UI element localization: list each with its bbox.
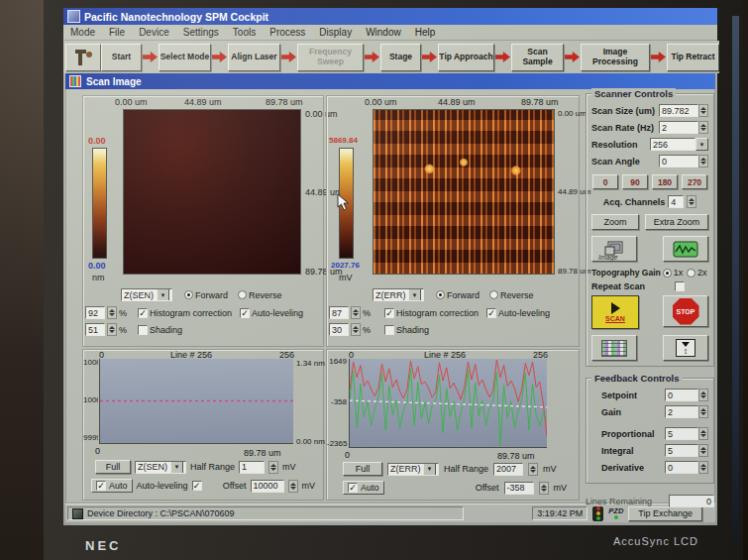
topography-image[interactable]: [123, 109, 301, 275]
proportional-field[interactable]: 5: [665, 427, 698, 440]
menu-item-window[interactable]: Window: [359, 27, 408, 38]
spinner[interactable]: [698, 389, 708, 401]
channel-row: Z(ERR) ▼ Forward Reverse: [373, 288, 534, 301]
angle-90-button[interactable]: 90: [622, 174, 648, 189]
repeat-scan-checkbox[interactable]: [675, 281, 685, 291]
acq-channels-field[interactable]: 4: [668, 195, 684, 208]
menu-item-device[interactable]: Device: [132, 27, 176, 38]
menu-item-settings[interactable]: Settings: [176, 27, 226, 38]
spinner[interactable]: [528, 463, 538, 476]
gain-bottom-field[interactable]: 30: [329, 323, 349, 336]
scan-button[interactable]: SCAN: [591, 295, 639, 329]
gain-top-field[interactable]: 92: [85, 306, 105, 319]
spinner[interactable]: [698, 427, 708, 440]
gain-field[interactable]: 2: [665, 405, 698, 418]
channel-select[interactable]: Z(SEN) ▼: [121, 288, 172, 301]
toolbar-step-tip-approach[interactable]: Tip Approach: [438, 44, 494, 71]
full-button[interactable]: Full: [95, 460, 131, 474]
export-button[interactable]: ↕: [663, 335, 708, 361]
spinner[interactable]: [698, 155, 708, 168]
half-range-field[interactable]: 1: [239, 461, 265, 474]
histogram-checkbox[interactable]: [138, 308, 148, 318]
image-view-button[interactable]: Image: [591, 236, 637, 262]
spinner[interactable]: [698, 444, 708, 457]
angle-180-button[interactable]: 180: [652, 174, 678, 189]
error-image[interactable]: [373, 109, 555, 275]
scan-angle-field[interactable]: 0: [659, 155, 698, 168]
spinner[interactable]: [288, 480, 298, 493]
autolevel-checkbox[interactable]: [486, 308, 496, 318]
spinner[interactable]: [268, 461, 278, 474]
auto-toggle[interactable]: Auto: [343, 481, 384, 495]
menu-item-help[interactable]: Help: [408, 27, 443, 38]
color-scale[interactable]: [92, 148, 107, 259]
spinner[interactable]: [351, 306, 361, 319]
toolbar-step-start[interactable]: Start: [101, 44, 142, 71]
zoom-button[interactable]: Zoom: [591, 214, 639, 230]
chevron-down-icon[interactable]: ▼: [423, 463, 436, 476]
chevron-down-icon[interactable]: ▼: [695, 138, 708, 151]
histogram-checkbox[interactable]: [384, 308, 394, 318]
integral-field[interactable]: 5: [665, 444, 698, 457]
spinner[interactable]: [539, 482, 549, 495]
reverse-radio[interactable]: [489, 290, 498, 299]
chevron-down-icon[interactable]: ▼: [408, 288, 421, 301]
gain-1x-radio[interactable]: [663, 269, 672, 278]
stop-button[interactable]: STOP: [663, 295, 708, 327]
profile-channel-select[interactable]: Z(SEN) ▼: [135, 461, 186, 474]
spm-tool-button[interactable]: [65, 44, 101, 71]
toolbar-step-select-mode[interactable]: Select Mode: [159, 44, 211, 71]
forward-radio[interactable]: [436, 290, 445, 299]
offset-field[interactable]: 10000: [251, 480, 284, 493]
scan-rate-hz--field[interactable]: 2: [659, 121, 698, 134]
scan-size-um--field[interactable]: 89.782: [659, 104, 698, 117]
toolbar-step-tip-retract[interactable]: Tip Retract: [667, 44, 719, 71]
toolbar-step-image-processing[interactable]: Image Processing: [581, 44, 650, 71]
oscilloscope-button[interactable]: [663, 236, 708, 262]
spinner[interactable]: [698, 405, 708, 418]
toolbar-step-stage[interactable]: Stage: [380, 44, 421, 71]
autolevel-checkbox[interactable]: [192, 481, 202, 491]
angle-270-button[interactable]: 270: [682, 174, 707, 189]
spinner[interactable]: [698, 121, 708, 134]
auto-toggle[interactable]: Auto: [91, 479, 133, 493]
forward-radio[interactable]: [184, 290, 193, 299]
gain-top-field[interactable]: 87: [329, 306, 349, 319]
half-range-field[interactable]: 2007: [493, 463, 523, 476]
channel-select[interactable]: Z(ERR) ▼: [373, 288, 424, 301]
reverse-radio[interactable]: [238, 290, 247, 299]
menu-item-process[interactable]: Process: [263, 27, 312, 38]
spinner[interactable]: [107, 323, 117, 336]
autolevel-checkbox[interactable]: [240, 308, 250, 318]
menu-item-file[interactable]: File: [102, 27, 132, 38]
chevron-down-icon[interactable]: ▼: [170, 461, 183, 474]
auto-checkbox[interactable]: [348, 483, 358, 493]
gain-2x-radio[interactable]: [687, 269, 695, 278]
shading-checkbox[interactable]: [384, 325, 394, 335]
toolbar-step-frequency-sweep[interactable]: Frequency Sweep: [297, 44, 364, 71]
auto-checkbox[interactable]: [96, 481, 106, 491]
spinner[interactable]: [107, 306, 117, 319]
spinner[interactable]: [687, 195, 696, 208]
offset-field[interactable]: -358: [504, 482, 534, 495]
toolbar-step-scan-sample[interactable]: Scan Sample: [511, 44, 564, 71]
spinner[interactable]: [698, 461, 708, 474]
menu-item-mode[interactable]: Mode: [63, 27, 102, 38]
gain-bottom-field[interactable]: 51: [85, 323, 105, 336]
chevron-down-icon[interactable]: ▼: [157, 288, 169, 301]
menu-item-display[interactable]: Display: [312, 27, 359, 38]
resolution-field[interactable]: 256: [650, 138, 695, 151]
profile-channel-select[interactable]: Z(ERR) ▼: [387, 463, 439, 476]
menu-item-tools[interactable]: Tools: [226, 27, 263, 38]
shading-checkbox[interactable]: [138, 325, 148, 335]
full-button[interactable]: Full: [343, 462, 382, 476]
spinner[interactable]: [351, 323, 361, 336]
angle-0-button[interactable]: 0: [592, 174, 618, 189]
spinner[interactable]: [698, 104, 708, 117]
offset-label: Offset: [223, 481, 247, 491]
setpoint-field[interactable]: 0: [665, 389, 698, 401]
toolbar-step-align-laser[interactable]: Align Laser: [228, 44, 280, 71]
derivative-field[interactable]: 0: [665, 461, 698, 474]
extra-zoom-button[interactable]: Extra Zoom: [645, 214, 708, 230]
image-grid-button[interactable]: [591, 335, 637, 361]
